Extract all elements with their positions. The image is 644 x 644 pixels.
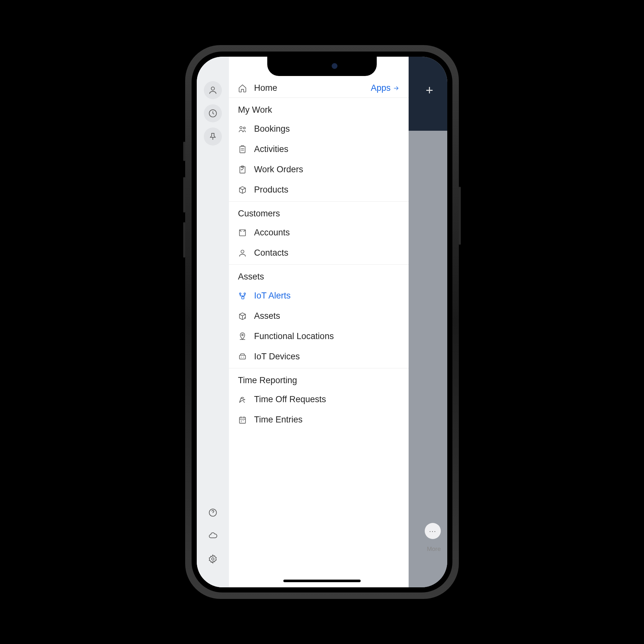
- nav-item-activities[interactable]: Activities: [229, 139, 409, 159]
- nav-item-label: Work Orders: [254, 165, 303, 175]
- location-icon: [238, 332, 247, 341]
- svg-point-4: [240, 126, 242, 128]
- svg-rect-15: [240, 355, 246, 359]
- time-off-icon: [238, 395, 247, 404]
- nav-item-iot-devices[interactable]: IoT Devices: [229, 346, 409, 367]
- phone-power-button: [459, 187, 461, 245]
- svg-point-10: [241, 250, 244, 253]
- nav-item-products[interactable]: Products: [229, 180, 409, 200]
- activities-icon: [238, 145, 247, 154]
- work-orders-icon: [238, 165, 247, 174]
- more-label: More: [427, 545, 441, 553]
- nav-item-time-entries[interactable]: Time Entries: [229, 410, 409, 430]
- home-label: Home: [254, 83, 371, 93]
- apps-link-label: Apps: [371, 83, 391, 93]
- svg-rect-13: [242, 297, 244, 299]
- add-icon: +: [426, 83, 433, 98]
- nav-item-assets[interactable]: Assets: [229, 306, 409, 326]
- nav-item-label: Bookings: [254, 124, 290, 134]
- cloud-icon: [208, 531, 218, 541]
- nav-home-row[interactable]: Home Apps: [229, 79, 409, 98]
- pin-icon: [208, 132, 218, 141]
- left-rail: [197, 57, 229, 587]
- nav-item-label: IoT Devices: [254, 352, 300, 362]
- screen: Home Apps My Work Bookings Ac: [197, 57, 447, 587]
- nav-item-label: Assets: [254, 311, 280, 321]
- accounts-icon: [238, 228, 247, 237]
- person-icon: [208, 85, 218, 95]
- apps-link[interactable]: Apps: [371, 83, 400, 93]
- phone-volume-down: [183, 222, 185, 258]
- nav-item-label: Products: [254, 185, 289, 195]
- recent-button[interactable]: [204, 104, 222, 122]
- iot-alerts-icon: [238, 291, 247, 300]
- assets-icon: [238, 312, 247, 321]
- products-icon: [238, 185, 247, 194]
- section-header-my-work: My Work: [229, 98, 409, 119]
- settings-button[interactable]: [204, 550, 222, 568]
- nav-item-label: Accounts: [254, 228, 290, 238]
- svg-point-5: [243, 127, 245, 129]
- nav-item-iot-alerts[interactable]: IoT Alerts: [229, 286, 409, 306]
- section-header-assets: Assets: [229, 265, 409, 286]
- svg-point-3: [212, 558, 214, 560]
- phone-volume-up: [183, 177, 185, 213]
- nav-item-label: Contacts: [254, 248, 289, 258]
- more-button: ···: [425, 523, 441, 539]
- svg-point-12: [244, 293, 246, 294]
- svg-point-0: [211, 87, 214, 90]
- nav-item-work-orders[interactable]: Work Orders: [229, 159, 409, 180]
- svg-rect-6: [240, 146, 245, 153]
- nav-item-label: Activities: [254, 144, 289, 154]
- nav-item-label: Functional Locations: [254, 331, 334, 341]
- clock-icon: [208, 109, 218, 118]
- calendar-icon: [238, 415, 247, 424]
- contacts-icon: [238, 249, 247, 258]
- arrow-right-icon: [393, 85, 400, 92]
- svg-rect-16: [240, 417, 246, 423]
- backdrop-overlay[interactable]: + ··· More: [409, 57, 447, 587]
- nav-item-functional-locations[interactable]: Functional Locations: [229, 326, 409, 346]
- profile-button[interactable]: [204, 81, 222, 99]
- nav-item-label: Time Off Requests: [254, 394, 326, 404]
- svg-point-14: [242, 334, 243, 336]
- section-header-customers: Customers: [229, 202, 409, 223]
- nav-item-label: IoT Alerts: [254, 291, 291, 301]
- section-header-time-reporting: Time Reporting: [229, 368, 409, 389]
- cloud-button[interactable]: [204, 527, 222, 545]
- phone-frame: Home Apps My Work Bookings Ac: [185, 45, 459, 599]
- nav-item-bookings[interactable]: Bookings: [229, 119, 409, 139]
- nav-item-time-off-requests[interactable]: Time Off Requests: [229, 389, 409, 410]
- home-indicator[interactable]: [283, 580, 361, 582]
- gear-icon: [208, 554, 218, 564]
- home-icon: [238, 84, 247, 93]
- help-button[interactable]: [204, 504, 222, 522]
- nav-item-contacts[interactable]: Contacts: [229, 243, 409, 263]
- nav-panel: Home Apps My Work Bookings Ac: [229, 57, 409, 587]
- notch: [267, 57, 377, 76]
- phone-silence-switch: [183, 142, 185, 161]
- bookings-icon: [238, 125, 247, 134]
- svg-point-11: [240, 293, 241, 294]
- nav-item-accounts[interactable]: Accounts: [229, 223, 409, 243]
- pin-button[interactable]: [204, 128, 222, 146]
- nav-item-label: Time Entries: [254, 415, 303, 425]
- help-icon: [208, 508, 218, 517]
- iot-devices-icon: [238, 352, 247, 361]
